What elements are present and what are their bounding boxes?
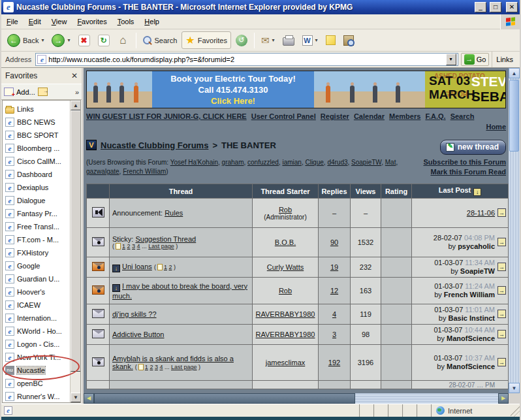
favorite-item[interactable]: ICAEW (5, 299, 80, 312)
calendar-link[interactable]: Calendar (354, 112, 385, 120)
register-link[interactable]: Register (321, 112, 349, 120)
scroll-up-icon[interactable]: ▲ (509, 68, 520, 78)
last-poster[interactable]: psycaholic (458, 242, 495, 250)
page-link[interactable]: 4 (159, 364, 163, 370)
favorite-item[interactable]: Bloomberg ... (5, 142, 80, 155)
favorite-item[interactable]: BBC NEWS (5, 116, 80, 129)
favorites-button[interactable]: Favorites (182, 31, 231, 49)
back-dropdown-icon[interactable]: ▾ (41, 37, 44, 43)
thread-starter-link[interactable]: RAVERBABY1980 (256, 310, 315, 318)
last-poster[interactable]: ManofScience (447, 334, 495, 342)
favorite-item[interactable]: KWorld - Ho... (5, 325, 80, 338)
replies-link[interactable]: 4 (332, 310, 336, 318)
user-link[interactable]: Yosef Ha'Kohain (170, 159, 218, 166)
thread-title-link[interactable]: Uni loans (122, 263, 152, 270)
print-button[interactable] (279, 33, 298, 48)
go-button[interactable]: Go (461, 53, 490, 66)
scroll-down-icon[interactable]: ▼ (509, 383, 520, 393)
page-link[interactable]: 3 (132, 243, 135, 250)
add-favorite-icon[interactable] (4, 88, 14, 96)
menu-tools[interactable]: Tools (112, 15, 140, 28)
page-link[interactable]: 2 (127, 243, 131, 250)
favorite-item[interactable]: Cisco CallM... (5, 155, 80, 168)
header-thread[interactable]: Thread (110, 184, 252, 198)
page-link[interactable]: 2 (150, 364, 153, 370)
page-link[interactable]: 3 (155, 364, 158, 370)
home-link[interactable]: Home (486, 123, 506, 131)
last-page-link[interactable]: Last page (171, 364, 197, 370)
forum-home-link[interactable]: Nucastle Clubbing Forums (101, 140, 208, 150)
scrollbar-thumb[interactable] (71, 110, 81, 372)
mail-dropdown-icon[interactable]: ▾ (272, 37, 275, 43)
new-thread-button[interactable]: new thread (440, 140, 506, 155)
faq-link[interactable]: F.A.Q. (425, 112, 445, 120)
favorite-item[interactable]: Guardian U... (5, 272, 80, 285)
last-page-link[interactable]: Last page (148, 243, 174, 250)
address-dropdown-button[interactable]: ▾ (446, 54, 456, 65)
last-poster[interactable]: French William (444, 291, 495, 299)
add-favorite-button[interactable]: Add... (16, 88, 35, 96)
page-link[interactable]: 2 (168, 264, 172, 270)
content-vertical-scrollbar[interactable]: ▲ ▼ (509, 68, 520, 393)
organize-favorites-icon[interactable] (38, 88, 48, 96)
maximize-button[interactable]: □ (490, 2, 501, 12)
favorite-item[interactable]: Dashboard (5, 168, 80, 181)
favorite-item[interactable]: Logon - Cis... (5, 338, 80, 351)
address-input[interactable]: http://www.nucastle.co.uk/forumdisplay.p… (35, 53, 458, 66)
promo-link[interactable]: WIN GUEST LIST FOR JUNIOR-G, CLICK HERE (86, 112, 247, 120)
sort-desc-icon[interactable] (473, 188, 481, 196)
forward-button[interactable]: ▾ (48, 32, 73, 49)
favorite-item[interactable]: Free Transl... (5, 220, 80, 233)
header-views[interactable]: Views (351, 184, 381, 198)
go-first-unread-icon[interactable] (112, 284, 120, 292)
favorite-item[interactable]: Runner's W... (5, 390, 80, 403)
thread-starter-link[interactable]: RAVERBABY1980 (256, 331, 315, 338)
event-banner[interactable]: ASHED POTATO, GATOR: SAT 03MARCH STEVSEB… (425, 71, 505, 108)
thread-title-link[interactable]: Addictive Button (112, 331, 165, 338)
menu-help[interactable]: Help (139, 15, 165, 28)
favorite-item[interactable]: FT.com - M... (5, 233, 80, 246)
user-link[interactable]: Mat (385, 159, 396, 166)
goto-last-post-icon[interactable] (497, 238, 506, 246)
goto-last-post-icon[interactable] (497, 208, 506, 217)
goto-last-post-icon[interactable] (497, 330, 506, 338)
page-link[interactable]: 1 (145, 364, 148, 370)
subscribe-forum-link[interactable]: Subscribe to this Forum (402, 157, 506, 167)
favorite-item[interactable]: openBC (5, 377, 80, 390)
minimize-button[interactable]: _ (475, 2, 486, 12)
favorite-item[interactable]: Dexiaplus (5, 181, 80, 194)
favorite-item-links[interactable]: Links (5, 103, 80, 116)
favorites-scrollbar[interactable]: ▲ ▼ (70, 101, 80, 402)
user-link[interactable]: iamian (282, 159, 301, 166)
favorite-item-nucastle[interactable]: Nucastle (5, 364, 80, 377)
edit-with-word-button[interactable]: ▾ (299, 33, 321, 48)
favorite-item[interactable]: FXHistory (5, 246, 80, 259)
mail-button[interactable]: ▾ (258, 33, 278, 48)
electric-tour-ad[interactable]: Book your Electric Tour Today! Call 415.… (152, 71, 314, 108)
chevron-icon[interactable]: » (75, 88, 79, 96)
favorite-item[interactable]: Dialogue (5, 194, 80, 207)
header-replies[interactable]: Replies (319, 184, 350, 198)
thread-starter-link[interactable]: Curly Watts (267, 263, 304, 271)
home-button[interactable] (114, 33, 133, 48)
refresh-button[interactable] (95, 33, 113, 48)
favorite-item[interactable]: Hoover's (5, 285, 80, 299)
replies-link[interactable]: 3 (332, 331, 336, 338)
menu-view[interactable]: View (46, 15, 72, 28)
goto-last-post-icon[interactable] (497, 263, 506, 271)
page-link[interactable]: 1 (164, 264, 167, 270)
header-last-post[interactable]: Last Post (412, 184, 508, 198)
replies-link[interactable]: 192 (328, 359, 340, 366)
search-button[interactable]: Search (140, 34, 181, 47)
thread-starter-link[interactable]: Rob (279, 287, 292, 295)
user-link[interactable]: French William (123, 168, 166, 175)
thread-starter-link[interactable]: jamesclimax (266, 359, 306, 366)
last-poster[interactable]: SoapieTW (460, 267, 495, 275)
user-link[interactable]: SoapieTW (351, 159, 381, 166)
user-link[interactable]: d4rud3 (327, 159, 347, 166)
menu-edit[interactable]: Edit (24, 15, 46, 28)
scroll-right-icon[interactable]: ▶ (498, 393, 509, 404)
replies-link[interactable]: 90 (330, 238, 338, 246)
replies-link[interactable]: 12 (330, 287, 338, 295)
last-poster[interactable]: Basic Instinct (448, 314, 495, 322)
